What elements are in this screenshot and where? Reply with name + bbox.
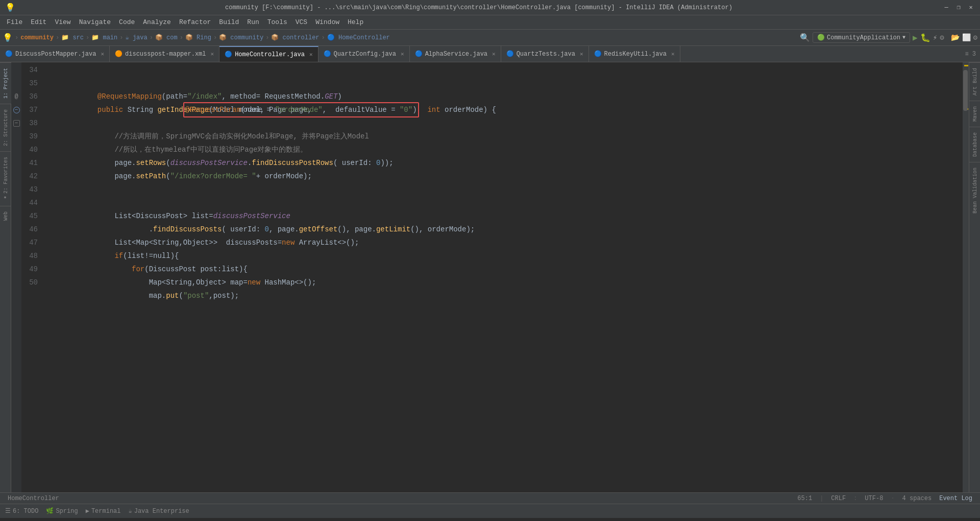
menu-window[interactable]: Window	[311, 17, 344, 28]
line-num-48: 48	[21, 249, 38, 263]
settings-icon[interactable]: ⚙	[973, 33, 977, 42]
rp-defval: "0"	[400, 106, 412, 114]
tab-overflow[interactable]: ≡ 3	[961, 46, 980, 62]
menu-navigate[interactable]: Navigate	[75, 17, 115, 28]
scrollbar-thumb[interactable]	[963, 70, 968, 111]
code-line-38: //方法调用前，SpringMVC会自动实例化Model和Page, 并将Pag…	[46, 116, 963, 130]
menu-file[interactable]: File	[3, 17, 27, 28]
fdr-close: ));	[380, 159, 393, 167]
menu-code[interactable]: Code	[115, 17, 139, 28]
maven-label[interactable]: Maven	[969, 101, 981, 127]
tab-rediskeyutil[interactable]: 🔵 RedisKeyUtil.java ✕	[589, 46, 680, 62]
menu-analyze[interactable]: Analyze	[139, 17, 175, 28]
structure-panel-label[interactable]: 2: Structure	[0, 104, 11, 151]
nav-ring[interactable]: 📦 Ring	[185, 34, 211, 41]
setpath: setPath	[136, 172, 166, 180]
nav-community2[interactable]: 📦 community	[219, 34, 263, 41]
todo-tab[interactable]: ☰ 6: TODO	[5, 507, 38, 515]
tab-close-xml[interactable]: ✕	[211, 51, 214, 57]
setrows: setRows	[136, 159, 166, 167]
main-area: 1: Project 2: Structure ★2: Favorites We…	[0, 62, 980, 492]
tab-label-xml: discusspost-mapper.xml	[125, 51, 206, 58]
nav-java[interactable]: ☕ java	[125, 34, 147, 41]
tab-icon-alphaservice: 🔵	[415, 50, 423, 58]
tab-close-alphaservice[interactable]: ✕	[492, 51, 496, 57]
art-build-label[interactable]: Art Build	[969, 62, 981, 101]
search-icon[interactable]: 🔍	[800, 33, 810, 43]
nav-src[interactable]: 📁 src	[61, 34, 84, 41]
menu-view[interactable]: View	[51, 17, 75, 28]
tab-discusspost-mapper-xml[interactable]: 🟠 discusspost-mapper.xml ✕	[110, 46, 219, 62]
warning-marker	[964, 65, 968, 66]
left-sidebar: 1: Project 2: Structure ★2: Favorites We…	[0, 62, 11, 492]
java-enterprise-tab[interactable]: ☕ Java Enterprise	[128, 507, 189, 515]
tab-quartzconfig[interactable]: 🔵 QuartzConfig.java ✕	[318, 46, 410, 62]
web-panel-label[interactable]: Web	[0, 206, 11, 226]
nav-community[interactable]: community	[20, 34, 54, 41]
bean-validation-label[interactable]: Bean Validation	[969, 162, 981, 219]
window-controls: — ❐ ✕	[942, 4, 975, 12]
gutter-box-38: −	[13, 120, 20, 127]
project-panel-label[interactable]: 1: Project	[0, 62, 11, 104]
star-icon: ★	[3, 195, 8, 201]
tab-close-discusspostmapper[interactable]: ✕	[101, 51, 104, 57]
fdr-paren: (	[333, 159, 342, 167]
nav-controller[interactable]: 📦 controller	[271, 34, 319, 41]
run-button[interactable]: ▶	[913, 33, 918, 43]
menu-edit[interactable]: Edit	[27, 17, 51, 28]
tab-close-quartzconfig[interactable]: ✕	[401, 51, 404, 57]
debug-button[interactable]: 🐛	[920, 33, 930, 43]
menu-help[interactable]: Help	[344, 17, 368, 28]
menu-build[interactable]: Build	[215, 17, 243, 28]
menu-tools[interactable]: Tools	[263, 17, 291, 28]
status-sep-3: ·	[891, 495, 894, 502]
get-value: GET	[325, 92, 337, 101]
line-num-41: 41	[21, 156, 38, 170]
nav-homecontroller[interactable]: 🔵 HomeController	[327, 34, 390, 41]
more-button[interactable]: ⚙	[940, 33, 944, 42]
menu-run[interactable]: Run	[243, 17, 263, 28]
tab-alphaservice[interactable]: 🔵 AlphaService.java ✕	[410, 46, 501, 62]
maximize-button[interactable]: ❐	[954, 4, 963, 12]
nav-main[interactable]: 📁 main	[91, 34, 117, 41]
tab-discusspostmapper[interactable]: 🔵 DiscussPostMapper.java ✕	[0, 46, 110, 62]
gutter-38: −	[11, 116, 21, 130]
minimize-button[interactable]: —	[942, 4, 950, 12]
tab-quartztests[interactable]: 🔵 QuartzTests.java ✕	[501, 46, 589, 62]
tab-homecontroller[interactable]: 🔵 HomeController.java ✕	[219, 46, 318, 62]
database-label[interactable]: Database	[969, 127, 981, 162]
coverage-button[interactable]: ⚡	[933, 33, 937, 42]
menu-vcs[interactable]: VCS	[291, 17, 311, 28]
setrows-paren: (	[166, 159, 170, 167]
code-editor[interactable]: @ − − 34 35 36 37 38 39 40 41 42 43 44 4	[11, 62, 969, 492]
kw-int: int	[427, 103, 445, 116]
line-50a: map.	[80, 292, 166, 300]
at-requestmapping: @RequestMapping	[80, 92, 162, 101]
code-body[interactable]: @RequestMapping(path="/index", method= R…	[42, 62, 963, 492]
vertical-scrollbar[interactable]	[963, 62, 969, 492]
line-40: page.	[80, 159, 136, 167]
tab-close-quartztests[interactable]: ✕	[580, 51, 583, 57]
enterprise-label: Java Enterprise	[134, 508, 189, 515]
spring-tab[interactable]: 🌿 Spring	[46, 507, 78, 515]
tab-close-homecontroller[interactable]: ✕	[309, 51, 313, 58]
nav-com[interactable]: 📦 com	[155, 34, 178, 41]
event-log[interactable]: Event Log	[939, 495, 972, 502]
code-line-44: List<DiscussPost> list=discussPostServic…	[46, 196, 963, 209]
spaces-37	[46, 103, 183, 116]
toolbar-icons: 📂 ⬜ ⚙	[951, 33, 977, 42]
tab-close-rediskeyutil[interactable]: ✕	[671, 51, 675, 57]
menu-refactor[interactable]: Refactor	[175, 17, 215, 28]
git-icon[interactable]: 📂	[951, 33, 960, 42]
current-class-name: HomeController	[8, 495, 59, 502]
nav-bar: 💡 › community › 📁 src › 📁 main › ☕ java …	[0, 30, 980, 46]
tab-label-rediskeyutil: RedisKeyUtil.java	[604, 51, 667, 58]
line-num-34: 34	[21, 63, 38, 77]
terminal-tab[interactable]: ▶ Terminal	[86, 507, 121, 515]
run-config[interactable]: 🟢 CommunityApplication ▼	[813, 32, 910, 43]
layout-icon[interactable]: ⬜	[962, 33, 971, 42]
kw-new-46: new	[282, 239, 299, 247]
line-numbers: 34 35 36 37 38 39 40 41 42 43 44 45 46 4…	[21, 62, 42, 492]
favorites-panel-label[interactable]: ★2: Favorites	[0, 151, 11, 206]
close-button[interactable]: ✕	[967, 4, 975, 12]
